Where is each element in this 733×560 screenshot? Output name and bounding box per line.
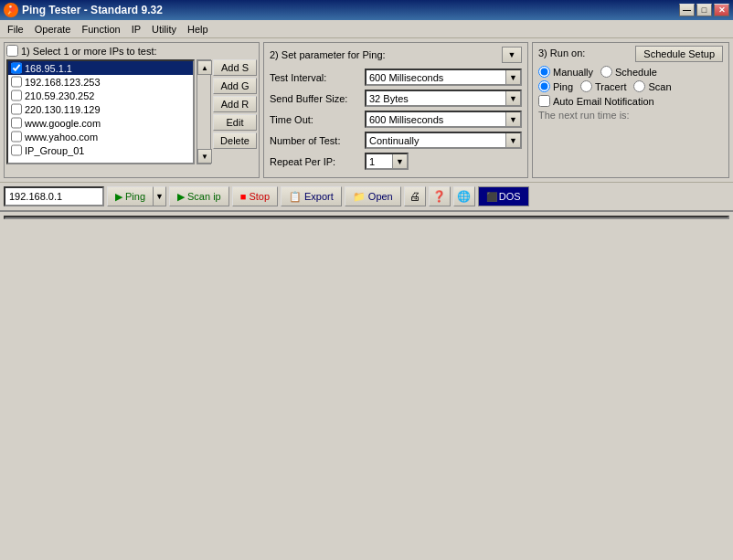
repeat-arrow[interactable]: ▼ (392, 154, 407, 168)
open-button[interactable]: 📁 Open (345, 186, 401, 206)
delete-button[interactable]: Delete (213, 132, 257, 149)
tracert-radio-group: Tracert (580, 80, 626, 92)
export-button[interactable]: 📋 Export (281, 186, 342, 206)
minimize-button[interactable]: — (679, 4, 695, 16)
ping-radio[interactable] (538, 80, 550, 92)
section1-title: 1) Select 1 or more IPs to test: (6, 45, 257, 57)
top-panel: 1) Select 1 or more IPs to test: 168.95.… (0, 38, 733, 183)
section3: 3) Run on: Schedule Setup Manually Sched… (532, 42, 729, 178)
menu-help[interactable]: Help (182, 22, 214, 37)
timeout-arrow[interactable]: ▼ (505, 112, 520, 126)
ip-list-item[interactable]: 220.130.119.129 (8, 102, 193, 116)
ip-list-item[interactable]: IP_Group_01 (8, 143, 193, 157)
section2-title: 2) Set parameter for Ping: ▼ (270, 47, 522, 63)
export-icon: 📋 (289, 191, 302, 203)
num-test-arrow[interactable]: ▼ (505, 133, 520, 147)
scan-radio-group: Scan (633, 80, 671, 92)
section1-checkbox[interactable] (6, 45, 18, 57)
num-test-row: Number of Test: Continually ▼ (270, 132, 522, 149)
next-run-label: The next run time is: (538, 110, 723, 121)
dos-icon: ⬛ (486, 192, 497, 202)
ip-listbox[interactable]: 168.95.1.1 192.168.123.253 210.59.230.25… (6, 59, 195, 164)
manually-radio-group: Manually (538, 66, 593, 78)
scan-radio[interactable] (633, 80, 645, 92)
ip-list-wrapper: 168.95.1.1 192.168.123.253 210.59.230.25… (6, 59, 257, 164)
scan-ip-button[interactable]: ▶ Scan ip (169, 186, 229, 206)
add-r-button[interactable]: Add R (213, 96, 257, 112)
close-button[interactable]: ✕ (714, 4, 729, 16)
repeat-select[interactable]: 1 ▼ (365, 153, 409, 170)
scroll-up-button[interactable]: ▲ (197, 60, 212, 75)
section1: 1) Select 1 or more IPs to test: 168.95.… (4, 42, 260, 178)
window-title: Ping Tester - Standard 9.32 (22, 4, 163, 16)
test-type-row: Ping Tracert Scan (538, 80, 723, 92)
section2-dropdown-button[interactable]: ▼ (502, 47, 522, 63)
tracert-radio[interactable] (580, 80, 592, 92)
restore-button[interactable]: □ (696, 4, 712, 16)
buffer-size-select[interactable]: 32 Bytes ▼ (365, 90, 522, 107)
menu-file[interactable]: File (2, 22, 29, 37)
title-bar-left: 🏓 Ping Tester - Standard 9.32 (4, 3, 163, 17)
menu-function[interactable]: Function (76, 22, 125, 37)
schedule-radio-group: Schedule (600, 66, 657, 78)
schedule-radio[interactable] (600, 66, 612, 78)
manually-radio[interactable] (538, 66, 550, 78)
email-notification-checkbox[interactable] (538, 95, 550, 107)
num-test-select[interactable]: Continually ▼ (365, 132, 522, 149)
test-interval-select[interactable]: 600 Milliseconds ▼ (365, 69, 522, 86)
add-s-button[interactable]: Add S (213, 59, 257, 76)
menu-utility[interactable]: Utility (146, 22, 182, 37)
ping-play-icon: ▶ (115, 191, 122, 203)
section2: 2) Set parameter for Ping: ▼ Test Interv… (263, 42, 528, 178)
add-g-button[interactable]: Add G (213, 78, 257, 94)
print-button[interactable]: 🖨 (404, 186, 426, 206)
ip-list-item[interactable]: 210.59.230.252 (8, 89, 193, 102)
open-icon: 📁 (353, 191, 366, 203)
run-mode-row: Manually Schedule (538, 66, 723, 78)
edit-button[interactable]: Edit (213, 114, 257, 131)
ping-button[interactable]: ▶ Ping (107, 186, 154, 206)
test-interval-arrow[interactable]: ▼ (505, 70, 520, 84)
ip-list-scrollbar[interactable]: ▲ ▼ (197, 59, 211, 164)
email-notification-row: Auto Email Notification (538, 95, 723, 107)
app-icon: 🏓 (4, 3, 18, 17)
schedule-setup-button[interactable]: Schedule Setup (635, 46, 723, 62)
menu-ip[interactable]: IP (126, 22, 146, 37)
repeat-row: Repeat Per IP: 1 ▼ (270, 153, 522, 170)
test-interval-row: Test Interval: 600 Milliseconds ▼ (270, 69, 522, 86)
menu-operate[interactable]: Operate (29, 22, 77, 37)
ip-list-item[interactable]: 168.95.1.1 (8, 61, 193, 75)
toolbar: ▶ Ping ▼ ▶ Scan ip ■ Stop 📋 Export 📁 Ope… (0, 183, 733, 212)
content-area[interactable]: ▲ ▼ http://www.pingtester.net (4, 216, 729, 219)
menu-bar: File Operate Function IP Utility Help (0, 20, 733, 38)
scroll-down-button[interactable]: ▼ (197, 149, 212, 164)
title-bar: 🏓 Ping Tester - Standard 9.32 — □ ✕ (0, 0, 733, 20)
ip-address-input[interactable] (4, 186, 104, 206)
scan-icon: ▶ (177, 191, 185, 203)
stop-icon: ■ (240, 191, 247, 202)
dos-button[interactable]: ⬛ DOS (478, 186, 529, 206)
buffer-size-arrow[interactable]: ▼ (505, 91, 520, 105)
help-icon-button[interactable]: ❓ (429, 186, 451, 206)
title-bar-buttons: — □ ✕ (679, 4, 729, 16)
ip-list-item[interactable]: www.google.com (8, 116, 193, 130)
timeout-select[interactable]: 600 Milliseconds ▼ (365, 111, 522, 128)
ip-list-item[interactable]: 192.168.123.253 (8, 75, 193, 89)
scroll-thumb (197, 75, 210, 149)
ping-button-group: ▶ Ping ▼ (107, 186, 166, 206)
ip-list-item[interactable]: www.yahoo.com (8, 130, 193, 143)
content-scroll-up[interactable]: ▲ (714, 217, 728, 219)
ping-dropdown-arrow[interactable]: ▼ (154, 186, 166, 206)
timeout-row: Time Out: 600 Milliseconds ▼ (270, 111, 522, 128)
web-button[interactable]: 🌐 (453, 186, 475, 206)
ip-list-inner: 168.95.1.1 192.168.123.253 210.59.230.25… (6, 59, 195, 164)
buffer-size-row: Send Buffer Size: 32 Bytes ▼ (270, 90, 522, 107)
ping-radio-group: Ping (538, 80, 573, 92)
section3-header: 3) Run on: Schedule Setup (538, 47, 723, 62)
stop-button[interactable]: ■ Stop (232, 186, 278, 206)
ip-action-buttons: Add S Add G Add R Edit Delete (213, 59, 257, 164)
